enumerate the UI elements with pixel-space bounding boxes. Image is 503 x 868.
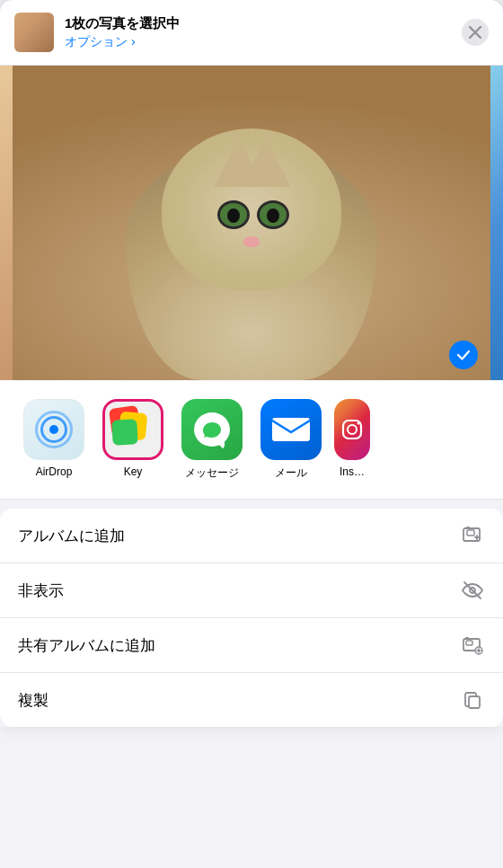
action-list: アルバムに追加 非表示 共有ア	[0, 509, 503, 727]
action-shared-album[interactable]: 共有アルバムに追加	[0, 618, 503, 673]
header-text-area: 1枚の写真を選択中 オプション ›	[65, 15, 451, 50]
key-shape-green	[111, 419, 137, 445]
add-album-icon	[460, 523, 485, 548]
shared-album-icon	[460, 633, 485, 658]
action-hide[interactable]: 非表示	[0, 563, 503, 618]
hide-icon	[460, 578, 485, 603]
svg-rect-6	[466, 527, 470, 529]
main-image	[13, 66, 490, 380]
svg-point-2	[348, 425, 357, 434]
close-button[interactable]	[462, 19, 489, 46]
selected-badge	[449, 341, 478, 369]
key-icon-bg	[102, 399, 163, 460]
shared-album-label: 共有アルバムに追加	[18, 635, 155, 656]
share-sheet: 1枚の写真を選択中 オプション ›	[0, 0, 503, 727]
airdrop-rings-icon	[35, 411, 73, 448]
duplicate-icon	[460, 687, 485, 713]
share-apps-row: AirDrop Key	[18, 399, 503, 481]
messages-icon-bg	[181, 399, 243, 460]
key-shapes-icon	[110, 407, 155, 452]
messages-label: メッセージ	[185, 465, 239, 481]
sheet-header: 1枚の写真を選択中 オプション ›	[0, 0, 503, 65]
duplicate-label: 複製	[18, 690, 49, 711]
mail-label: メール	[275, 465, 307, 481]
image-strip	[0, 66, 503, 380]
header-option-link[interactable]: オプション ›	[65, 34, 451, 50]
instagram-icon-bg	[334, 399, 370, 460]
share-app-mail[interactable]: メール	[255, 399, 327, 481]
mail-icon-bg	[260, 399, 322, 460]
share-app-instagram[interactable]: Ins…	[334, 399, 370, 478]
apps-actions-divider	[0, 499, 503, 500]
key-label: Key	[124, 465, 143, 478]
share-app-airdrop[interactable]: AirDrop	[18, 399, 90, 478]
thumbnail	[14, 13, 54, 52]
airdrop-center-dot	[49, 425, 58, 434]
svg-rect-5	[467, 530, 474, 536]
svg-rect-12	[465, 637, 469, 640]
hide-label: 非表示	[18, 580, 64, 601]
right-image-edge	[490, 66, 503, 380]
share-app-key[interactable]: Key	[97, 399, 169, 478]
svg-point-3	[357, 422, 360, 425]
action-add-album[interactable]: アルバムに追加	[0, 509, 503, 563]
instagram-camera-icon	[339, 416, 366, 443]
share-app-messages[interactable]: メッセージ	[176, 399, 248, 481]
header-title: 1枚の写真を選択中	[65, 15, 451, 32]
messages-bubble-icon	[194, 412, 230, 447]
svg-rect-0	[272, 418, 310, 441]
add-album-label: アルバムに追加	[18, 526, 125, 546]
airdrop-icon-bg	[23, 399, 84, 460]
left-image-edge	[0, 66, 13, 380]
airdrop-label: AirDrop	[36, 465, 73, 478]
svg-rect-10	[466, 641, 472, 645]
svg-rect-13	[469, 696, 480, 708]
action-duplicate[interactable]: 複製	[0, 673, 503, 727]
share-apps-container: AirDrop Key	[0, 381, 503, 499]
instagram-label: Ins…	[340, 465, 365, 478]
mail-envelope-icon	[270, 414, 312, 445]
